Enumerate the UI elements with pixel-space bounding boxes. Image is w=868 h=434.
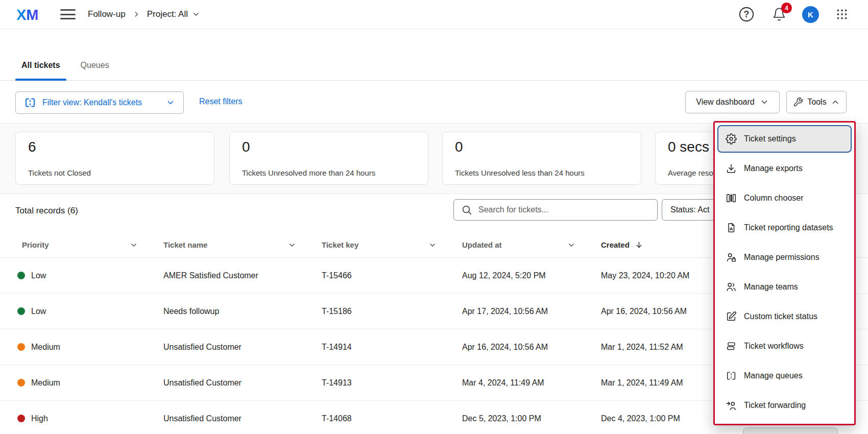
priority-cell: Medium [31,378,60,388]
person-lock-icon [725,252,738,263]
stat-value: 0 [242,138,416,156]
menu-item-custom-ticket-status[interactable]: Custom ticket status [717,303,852,330]
ticket-name-cell: Unsatisfied Customer [163,378,322,388]
priority-cell: Medium [31,343,60,352]
filter-view-label: Filter view: Kendall's tickets [42,98,142,107]
breadcrumb-project-label: Project: All [147,9,188,19]
updated-at-cell: Mar 4, 2024, 11:49 AM [462,378,601,388]
view-dashboard-button[interactable]: View dashboard [685,91,780,113]
chevron-down-icon [567,241,575,249]
stat-value: 0 [455,138,629,156]
menu-item-manage-permissions[interactable]: Manage permissions [717,244,852,271]
person-forward-icon [725,400,738,411]
ticket-key-cell: T-14913 [322,378,462,388]
ticket-icon [24,97,36,109]
column-label: Updated at [462,240,502,249]
breadcrumb-chevron-icon [133,11,140,18]
filter-toolbar: Filter view: Kendall's tickets Reset fil… [0,81,868,124]
priority-cell: Low [31,271,46,280]
view-dashboard-label: View dashboard [696,98,754,107]
svg-text:?: ? [744,9,750,19]
stat-label: Tickets Unresolved less than 24 hours [455,168,585,177]
menu-item-ticket-settings[interactable]: Ticket settings [717,125,852,153]
ticket-name-cell: Unsatisfied Customer [163,414,322,423]
menu-item-manage-exports[interactable]: Manage exports [717,155,852,182]
column-header-updated-at[interactable]: Updated at [462,240,601,249]
ticket-key-cell: T-15186 [322,307,462,316]
column-label: Priority [22,240,49,249]
menu-item-ticket-forwarding[interactable]: Ticket forwarding [717,392,852,419]
priority-cell: Low [31,307,46,316]
stat-label: Average reso [668,168,713,177]
chevron-down-icon [192,10,200,18]
search-input[interactable] [472,200,657,220]
chevron-down-icon [760,98,769,107]
priority-dot-medium [17,379,25,387]
help-icon[interactable]: ? [737,5,756,24]
menu-item-label: Column chooser [744,194,804,203]
chevron-down-icon [428,241,437,249]
ticket-search [453,199,658,221]
stacked-cards-icon [725,341,738,352]
chevron-up-icon [831,98,840,107]
breadcrumb-app-label[interactable]: Follow-up [88,9,126,19]
menu-item-ticket-reporting-datasets[interactable]: Ticket reporting datasets [717,214,852,242]
user-avatar[interactable]: K [802,6,819,23]
topbar-actions: ? 4 K [737,5,852,24]
columns-icon [725,192,738,204]
reset-filters-link[interactable]: Reset filters [199,97,242,106]
project-selector[interactable]: Project: All [147,9,200,19]
updated-at-cell: Apr 17, 2024, 10:56 AM [462,307,601,316]
menu-item-column-chooser[interactable]: Column chooser [717,184,852,212]
menu-item-label: Ticket workflows [744,342,804,351]
ticket-icon [725,370,738,381]
filter-view-dropdown[interactable]: Filter view: Kendall's tickets [15,91,184,114]
menu-item-manage-queues[interactable]: Manage queues [717,362,852,390]
ticket-key-cell: T-14914 [322,343,462,352]
menu-item-manage-teams[interactable]: Manage teams [717,273,852,301]
xm-logo-text: XM [16,7,39,23]
ticket-name-cell: AMER Satisfied Customer [163,271,322,280]
stat-label: Tickets not Closed [28,168,91,177]
tab-queues[interactable]: Queues [75,61,115,80]
gear-icon [725,133,738,144]
xm-logo[interactable]: XM [16,6,41,23]
column-label: Created [601,240,630,249]
top-navigation-bar: XM Follow-up Project: All ? [0,0,868,29]
menu-item-label: Manage permissions [744,253,819,262]
apps-grid-icon[interactable] [832,5,852,24]
column-header-ticket-key[interactable]: Ticket key [322,240,462,249]
menu-item-label: Ticket forwarding [744,401,806,410]
updated-at-cell: Dec 5, 2023, 1:00 PM [462,414,601,423]
column-label: Ticket key [322,240,358,249]
stat-card-not-closed: 6 Tickets not Closed [15,132,214,185]
stat-label: Tickets Unresolved more than 24 hours [242,168,375,177]
column-header-priority[interactable]: Priority [0,240,163,249]
tools-button[interactable]: Tools [786,91,847,113]
stat-card-unresolved-less-24h: 0 Tickets Unresolved less than 24 hours [442,132,641,185]
ticket-key-cell: T-15466 [322,271,462,280]
tab-queues-label: Queues [81,61,109,69]
priority-dot-high [17,415,25,422]
chevron-down-icon [130,241,138,249]
notifications-bell-icon[interactable]: 4 [769,5,789,24]
menu-item-ticket-workflows[interactable]: Ticket workflows [717,332,852,360]
notification-count-badge: 4 [781,3,792,13]
ticket-key-cell: T-14068 [322,414,462,423]
menu-item-label: Manage queues [744,371,803,380]
search-icon [461,204,472,215]
hamburger-menu-icon[interactable] [60,9,76,19]
stat-value: 6 [28,138,202,156]
tools-dropdown-menu: Ticket settings Manage exports Column ch… [713,121,856,425]
tools-label: Tools [807,98,826,107]
chevron-down-icon [288,241,296,249]
tab-all-tickets[interactable]: All tickets [15,61,66,80]
priority-cell: High [31,414,48,423]
priority-dot-low [17,307,25,315]
ticket-name-cell: Needs followup [163,307,322,316]
status-filter-label: Status: Act [670,205,709,214]
column-header-ticket-name[interactable]: Ticket name [163,240,322,249]
wrench-icon [793,97,803,107]
ticket-name-cell: Unsatisfied Customer [163,343,322,352]
updated-at-cell: Apr 16, 2024, 10:56 AM [462,343,601,352]
